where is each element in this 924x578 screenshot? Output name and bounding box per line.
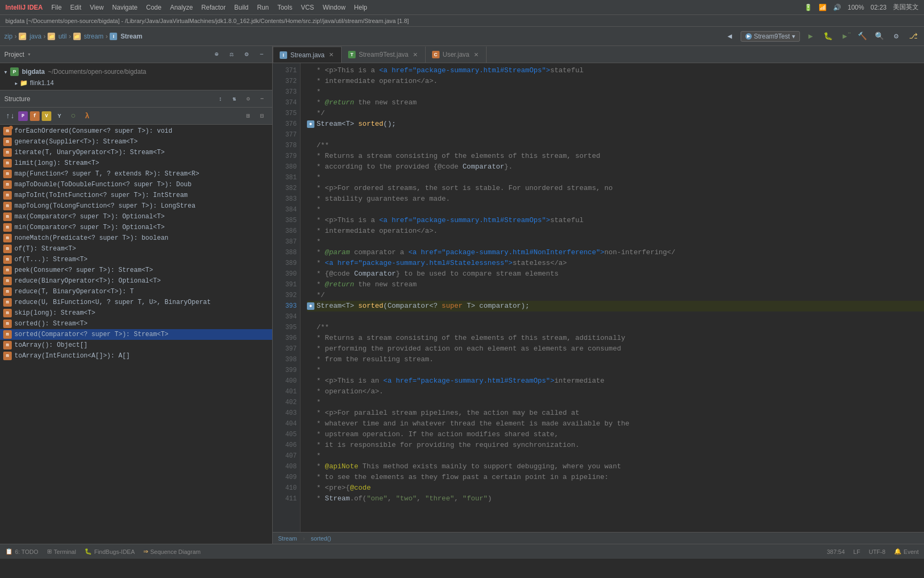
menu-view[interactable]: View xyxy=(90,4,104,11)
sequence-diagram-button[interactable]: ⇒ Sequence Diagram xyxy=(143,548,201,555)
code-editor[interactable]: 371 372 373 374 375 376 377 378 379 380 … xyxy=(273,63,924,532)
battery-icon: 🔋 xyxy=(804,4,812,11)
method-icon: m xyxy=(3,212,12,221)
settings-button[interactable]: ⚙ xyxy=(890,30,903,43)
run-button[interactable]: ▶ xyxy=(804,30,817,43)
struct-item-mapToInt[interactable]: m mapToInt(ToIntFunction<? super T>): In… xyxy=(0,190,272,201)
tab-stream9test-java[interactable]: T Stream9Test.java ✕ xyxy=(342,47,426,63)
expand-all-button[interactable]: ⊞ xyxy=(242,110,254,122)
struct-item-sorted2[interactable]: m sorted(Comparator<? super T>): Stream<… xyxy=(0,329,272,340)
coverage-button[interactable]: ▶̈ xyxy=(838,30,851,43)
menu-code[interactable]: Code xyxy=(146,4,161,11)
menu-build[interactable]: Build xyxy=(234,4,249,11)
locate-button[interactable]: ⊕ xyxy=(210,48,223,61)
struct-item-reduce3[interactable]: m reduce(U, BiFunction<U, ? super T, U>,… xyxy=(0,297,272,308)
run-config-selector[interactable]: ▶ Stream9Test ▾ xyxy=(741,31,800,42)
code-line-388: * @param comparator a <a href="package-s… xyxy=(307,247,924,258)
struct-item-noneMatch[interactable]: m noneMatch(Predicate<? super T>): boole… xyxy=(0,233,272,244)
struct-item-peek[interactable]: m peek(Consumer<? super T>): Stream<T> xyxy=(0,265,272,276)
todo-button[interactable]: 📋 6: TODO xyxy=(5,548,38,555)
code-line-375: */ xyxy=(307,108,924,119)
code-line-371: * <p>This is a <a href="package-summary.… xyxy=(307,65,924,76)
encoding[interactable]: UTF-8 xyxy=(869,548,886,555)
build-button[interactable]: 🔨 xyxy=(856,30,868,43)
menu-run[interactable]: Run xyxy=(257,4,269,11)
line-ending[interactable]: LF xyxy=(853,548,860,555)
menu-edit[interactable]: Edit xyxy=(70,4,81,11)
breadcrumb-zip[interactable]: zip xyxy=(4,33,12,40)
tab-user-close[interactable]: ✕ xyxy=(473,51,480,58)
breadcrumb-util[interactable]: util xyxy=(58,33,66,40)
structure-panel-title: Structure xyxy=(4,95,30,103)
menu-help[interactable]: Help xyxy=(354,4,367,11)
search-button[interactable]: 🔍 xyxy=(873,30,886,43)
footer-crumb-sorted[interactable]: sorted() xyxy=(311,535,331,542)
struct-item-min[interactable]: m min(Comparator<? super T>): Optional<T… xyxy=(0,222,272,233)
struct-item-map[interactable]: m map(Function<? super T, ? extends R>):… xyxy=(0,169,272,179)
struct-item-of1[interactable]: m of(T): Stream<T> xyxy=(0,244,272,254)
tab-stream-close[interactable]: ✕ xyxy=(328,51,335,58)
struct-item-toArray1[interactable]: m toArray(): Object[] xyxy=(0,340,272,351)
menu-window[interactable]: Window xyxy=(322,4,345,11)
sort-type-button[interactable]: ⇅ xyxy=(228,93,240,105)
show-lambda-button[interactable]: λ xyxy=(81,110,93,122)
struct-settings-button[interactable]: ⚙ xyxy=(242,93,254,105)
git-button[interactable]: ⎇ xyxy=(907,30,920,43)
struct-item-skip[interactable]: m skip(long): Stream<T> xyxy=(0,308,272,318)
minimize-button[interactable]: − xyxy=(255,48,268,61)
struct-item-mapToDouble[interactable]: m mapToDouble(ToDoubleFunction<? super T… xyxy=(0,179,272,190)
tab-user-java[interactable]: C User.java ✕ xyxy=(426,47,487,63)
project-panel-title: Project xyxy=(4,51,24,58)
menu-analyze[interactable]: Analyze xyxy=(170,4,193,11)
menu-file[interactable]: File xyxy=(51,4,61,11)
method-label: mapToLong(ToLongFunction<? super T>): Lo… xyxy=(14,202,195,210)
struct-item-toArray2[interactable]: m toArray(IntFunction<A[]>): A[] xyxy=(0,351,272,361)
struct-item-iterate[interactable]: m iterate(T, UnaryOperator<T>): Stream<T… xyxy=(0,147,272,158)
cursor-position[interactable]: 387:54 xyxy=(827,548,845,555)
settings-panel-button[interactable]: ⚙ xyxy=(240,48,253,61)
struct-item-generate[interactable]: m generate(Supplier<T>): Stream<T> xyxy=(0,136,272,147)
back-button[interactable]: ◀ xyxy=(723,30,736,43)
code-line-377 xyxy=(307,130,924,140)
event-log[interactable]: 🔔 Event xyxy=(894,548,919,555)
project-panel-actions: ⊕ ⚖ ⚙ − xyxy=(210,48,268,61)
struct-minimize-button[interactable]: − xyxy=(256,93,268,105)
breadcrumb-stream-class[interactable]: Stream xyxy=(120,33,142,40)
footer-crumb-stream[interactable]: Stream xyxy=(278,535,297,542)
struct-item-limit[interactable]: m limit(long): Stream<T> xyxy=(0,158,272,169)
sort-alpha-button[interactable]: ↕ xyxy=(214,93,226,105)
tab-test-close[interactable]: ✕ xyxy=(412,51,419,58)
struct-item-of2[interactable]: m of(T...): Stream<T> xyxy=(0,254,272,265)
code-line-373: * xyxy=(307,87,924,97)
struct-item-forEachOrdered[interactable]: m forEachOrdered(Consumer<? super T>): v… xyxy=(0,126,272,136)
tab-stream-java[interactable]: I Stream.java ✕ xyxy=(273,47,342,63)
show-properties-button[interactable]: P xyxy=(18,111,28,121)
terminal-button[interactable]: ⊞ Terminal xyxy=(47,548,76,555)
breadcrumb-java[interactable]: java xyxy=(29,33,41,40)
menu-navigate[interactable]: Navigate xyxy=(112,4,137,11)
struct-item-reduce1[interactable]: m reduce(BinaryOperator<T>): Optional<T> xyxy=(0,276,272,286)
sequence-label: Sequence Diagram xyxy=(150,549,201,555)
sort-members-button[interactable]: ↑↓ xyxy=(4,110,16,122)
menu-refactor[interactable]: Refactor xyxy=(202,4,226,11)
project-root[interactable]: ▾ P bigdata ~/Documents/open-source/bigd… xyxy=(0,65,272,78)
filter-button[interactable]: ⚖ xyxy=(225,48,238,61)
breadcrumb-stream[interactable]: stream xyxy=(84,33,104,40)
show-circle-button[interactable]: ○ xyxy=(67,110,79,122)
struct-item-sorted1[interactable]: m sorted(): Stream<T> xyxy=(0,318,272,329)
collapse-all-button[interactable]: ⊟ xyxy=(256,110,268,122)
findbugs-button[interactable]: 🐛 FindBugs-IDEA xyxy=(84,548,135,555)
show-vars-button[interactable]: V xyxy=(42,111,51,121)
menu-tools[interactable]: Tools xyxy=(278,4,292,11)
debug-button[interactable]: 🐛 xyxy=(821,30,834,43)
struct-item-reduce2[interactable]: m reduce(T, BinaryOperator<T>): T xyxy=(0,286,272,297)
code-line-381: * xyxy=(307,172,924,183)
struct-item-max[interactable]: m max(Comparator<? super T>): Optional<T… xyxy=(0,211,272,222)
struct-item-mapToLong[interactable]: m mapToLong(ToLongFunction<? super T>): … xyxy=(0,201,272,211)
tree-item-flink[interactable]: ▸ 📁 flink1.14 xyxy=(0,78,272,88)
project-dropdown-icon[interactable]: ▾ xyxy=(27,51,31,58)
code-line-400: * <p>This is an <a href="package-summary… xyxy=(307,376,924,386)
show-fields-button[interactable]: f xyxy=(30,111,40,121)
menu-vcs[interactable]: VCS xyxy=(301,4,314,11)
show-filter-button[interactable]: Y xyxy=(53,110,65,122)
